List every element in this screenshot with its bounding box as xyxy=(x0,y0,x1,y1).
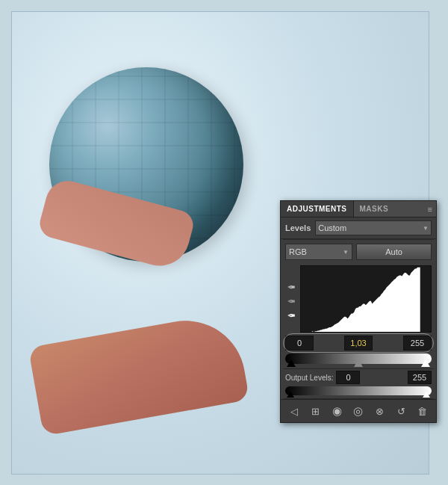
channel-row: RGB ▼ Auto xyxy=(281,240,436,264)
black-point-handle[interactable] xyxy=(287,359,296,367)
output-section: Output Levels: xyxy=(281,369,436,398)
eye-button[interactable]: ◎ xyxy=(351,404,366,418)
panel-tabs: ADJUSTMENTS MASKS ≡ xyxy=(281,201,436,217)
input-levels-section xyxy=(281,334,436,368)
bottom-toolbar: ◁ ⊞ ◉ ◎ ⊗ ↺ 🗑 xyxy=(281,399,436,422)
eyedropper-tools: ✒ ✒ ✒ xyxy=(285,265,297,333)
image-wrapper xyxy=(34,45,281,441)
channel-arrow: ▼ xyxy=(343,249,349,256)
tab-masks[interactable]: MASKS xyxy=(354,201,395,217)
output-row: Output Levels: xyxy=(285,371,432,384)
adjustments-panel: ADJUSTMENTS MASKS ≡ Levels Custom ▼ RGB … xyxy=(280,200,437,423)
hand-bottom xyxy=(28,312,250,436)
visibility-button[interactable]: ◉ xyxy=(329,404,344,418)
back-arrow-button[interactable]: ◁ xyxy=(287,404,302,418)
input-black-field[interactable] xyxy=(285,336,314,350)
output-white-field[interactable] xyxy=(408,371,432,384)
gray-eyedropper-tool[interactable]: ✒ xyxy=(285,295,297,307)
refresh-button[interactable]: ↺ xyxy=(393,404,408,418)
black-eyedropper-tool[interactable]: ✒ xyxy=(285,281,297,293)
channel-value: RGB xyxy=(289,247,307,256)
preset-value: Custom xyxy=(318,223,346,232)
input-white-field[interactable] xyxy=(403,336,432,350)
histogram-display xyxy=(300,265,432,333)
new-layer-button[interactable]: ⊞ xyxy=(308,404,323,418)
gamma-handle[interactable] xyxy=(354,359,363,367)
channel-dropdown[interactable]: RGB ▼ xyxy=(285,244,352,260)
main-container: ADJUSTMENTS MASKS ≡ Levels Custom ▼ RGB … xyxy=(0,0,448,485)
output-black-field[interactable] xyxy=(336,371,360,384)
tab-adjustments[interactable]: ADJUSTMENTS xyxy=(281,201,354,217)
tab-masks-label: MASKS xyxy=(360,205,389,213)
preset-dropdown-arrow: ▼ xyxy=(423,225,429,232)
panel-menu-button[interactable]: ≡ xyxy=(424,201,436,217)
input-gradient-slider[interactable] xyxy=(285,353,432,364)
output-label: Output Levels: xyxy=(285,374,333,382)
link-button[interactable]: ⊗ xyxy=(373,404,388,418)
adjustment-type-label: Levels xyxy=(285,223,311,232)
white-eyedropper-tool[interactable]: ✒ xyxy=(285,309,297,321)
output-black-handle[interactable] xyxy=(287,392,294,398)
panel-menu-icon: ≡ xyxy=(428,205,432,214)
tab-adjustments-label: ADJUSTMENTS xyxy=(287,205,347,213)
levels-row: Levels Custom ▼ xyxy=(281,217,436,239)
histogram-section: ✒ ✒ ✒ xyxy=(281,264,436,334)
white-point-handle[interactable] xyxy=(421,359,430,367)
input-gamma-field[interactable] xyxy=(344,336,373,350)
delete-button[interactable]: 🗑 xyxy=(415,404,430,418)
output-white-handle[interactable] xyxy=(423,392,430,398)
auto-button[interactable]: Auto xyxy=(356,244,432,260)
preset-dropdown[interactable]: Custom ▼ xyxy=(315,220,432,235)
output-gradient-slider[interactable] xyxy=(285,386,432,395)
input-values-row xyxy=(285,336,432,350)
histogram-svg xyxy=(301,266,431,332)
